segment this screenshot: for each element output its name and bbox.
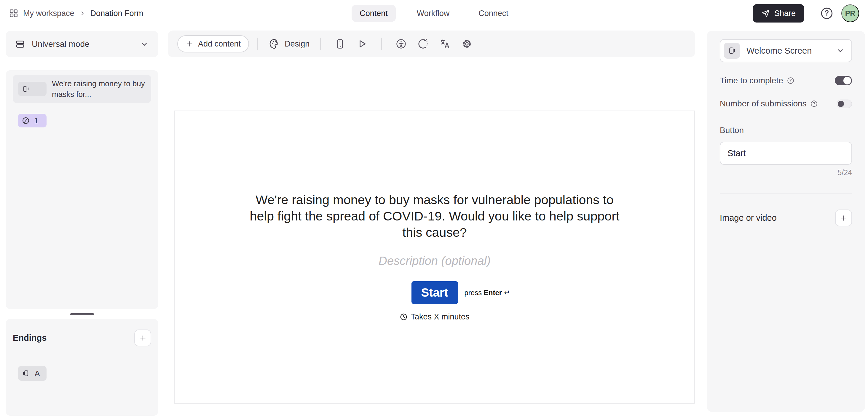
- accessibility-icon: [395, 38, 407, 50]
- description-placeholder[interactable]: Description (optional): [175, 254, 694, 267]
- settings-sidebar: Welcome Screen Time to complete Number o…: [707, 31, 865, 412]
- tab-connect[interactable]: Connect: [470, 5, 517, 22]
- top-bar: My workspace Donation Form Content Workf…: [0, 0, 868, 27]
- ending-item-a[interactable]: A: [18, 366, 46, 381]
- gear-icon: [461, 38, 473, 50]
- start-button-group: Start press Enter ↵: [411, 281, 458, 304]
- button-field-label: Button: [720, 126, 852, 135]
- left-sidebar: Universal mode We're raising money to bu…: [6, 31, 158, 416]
- chevron-right-icon: [79, 10, 86, 17]
- share-button-label: Share: [774, 9, 796, 18]
- plus-icon: [186, 40, 194, 48]
- breadcrumb-workspace[interactable]: My workspace: [23, 9, 74, 18]
- version-history-button[interactable]: [417, 38, 429, 50]
- form-preview-canvas: We're raising money to buy masks for vul…: [174, 110, 695, 404]
- image-or-video-label: Image or video: [720, 213, 777, 223]
- help-circle-icon[interactable]: [787, 77, 795, 85]
- add-media-button[interactable]: [835, 210, 852, 226]
- main-tabs: Content Workflow Connect: [351, 5, 517, 22]
- canvas-toolbar: Add content Design: [168, 31, 695, 57]
- time-to-complete-toggle[interactable]: [835, 76, 852, 85]
- accessibility-button[interactable]: [395, 38, 407, 50]
- breadcrumb: My workspace Donation Form: [9, 9, 143, 18]
- add-ending-button[interactable]: [134, 329, 151, 346]
- user-avatar[interactable]: PR: [841, 4, 859, 22]
- time-estimate-label: Takes X minutes: [410, 312, 469, 322]
- toolbar-divider: [320, 38, 321, 50]
- image-or-video-row: Image or video: [720, 210, 852, 226]
- number-of-submissions-label: Number of submissions: [720, 99, 818, 108]
- toggle-label-text: Number of submissions: [720, 99, 807, 108]
- time-to-complete-row: Time to complete: [720, 76, 852, 85]
- time-estimate: Takes X minutes: [175, 312, 694, 322]
- press-enter-hint: press Enter ↵: [465, 289, 510, 297]
- welcome-screen-badge: [724, 43, 740, 59]
- button-text-input[interactable]: [720, 142, 852, 165]
- questions-panel: We're raising money to buy masks for... …: [6, 70, 158, 309]
- statement-item-badge[interactable]: 1: [18, 114, 46, 127]
- endings-header: Endings: [13, 329, 151, 346]
- toolbar-divider: [257, 38, 258, 50]
- ending-screen-icon: [22, 369, 30, 378]
- endings-title: Endings: [13, 333, 46, 343]
- workspace-grid-icon: [9, 9, 19, 18]
- enter-arrow-icon: ↵: [504, 289, 510, 297]
- breadcrumb-form-name[interactable]: Donation Form: [90, 9, 144, 18]
- endings-panel: Endings A: [6, 319, 158, 416]
- share-button[interactable]: Share: [753, 4, 804, 23]
- help-button[interactable]: [820, 6, 834, 20]
- chevron-down-icon: [836, 46, 845, 55]
- ending-item-letter: A: [35, 369, 40, 378]
- question-item-welcome-screen[interactable]: We're raising money to buy masks for...: [13, 75, 151, 103]
- start-button[interactable]: Start: [411, 281, 458, 304]
- press-key: Enter: [484, 289, 502, 297]
- rows-icon: [15, 39, 25, 49]
- settings-button[interactable]: [461, 38, 473, 50]
- skip-item-row: 1: [13, 114, 151, 127]
- mobile-preview-button[interactable]: [334, 38, 346, 50]
- translate-icon: [439, 38, 451, 50]
- char-counter: 5/24: [720, 168, 852, 177]
- mode-selector-label: Universal mode: [32, 39, 90, 49]
- number-of-submissions-toggle[interactable]: [837, 100, 852, 108]
- mode-selector[interactable]: Universal mode: [6, 31, 158, 57]
- chevron-down-icon: [140, 40, 149, 49]
- add-content-button[interactable]: Add content: [177, 35, 249, 53]
- toolbar-divider: [381, 38, 382, 50]
- play-icon: [356, 38, 368, 50]
- add-content-label: Add content: [198, 39, 241, 49]
- question-text[interactable]: We're raising money to buy masks for vul…: [248, 192, 621, 240]
- screen-type-label: Welcome Screen: [746, 46, 812, 56]
- toggle-label-text: Time to complete: [720, 76, 783, 85]
- time-to-complete-label: Time to complete: [720, 76, 795, 85]
- palette-icon: [269, 38, 280, 50]
- header-actions: Share PR: [753, 4, 859, 23]
- history-icon: [417, 38, 429, 50]
- design-label: Design: [285, 39, 309, 49]
- design-button[interactable]: Design: [266, 38, 312, 50]
- statement-item-count: 1: [34, 116, 38, 125]
- header-divider: [812, 7, 812, 20]
- translate-button[interactable]: [439, 38, 451, 50]
- welcome-screen-badge: [18, 82, 46, 96]
- press-prefix: press: [465, 289, 482, 297]
- panel-resize-handle[interactable]: [70, 313, 94, 315]
- send-icon: [761, 9, 770, 18]
- question-item-label: We're raising money to buy masks for...: [52, 78, 147, 100]
- slash-circle-icon: [22, 117, 30, 125]
- tab-workflow[interactable]: Workflow: [409, 5, 458, 22]
- section-divider: [720, 193, 852, 193]
- preview-button[interactable]: [356, 38, 368, 50]
- clock-icon: [400, 313, 408, 321]
- phone-icon: [334, 38, 346, 50]
- number-of-submissions-row: Number of submissions: [720, 99, 852, 108]
- screen-type-selector[interactable]: Welcome Screen: [720, 39, 852, 62]
- tab-content[interactable]: Content: [351, 5, 396, 22]
- help-circle-icon[interactable]: [810, 100, 818, 107]
